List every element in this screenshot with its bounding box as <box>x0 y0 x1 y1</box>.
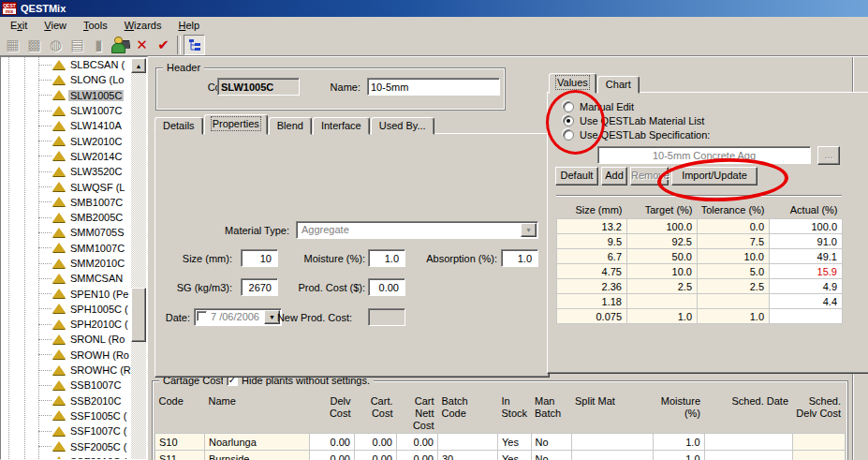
radio-icon[interactable] <box>563 101 574 112</box>
grading-cell: 10.0 <box>698 249 770 264</box>
apply-check-icon[interactable]: ✔ <box>153 35 174 55</box>
material-pyramid-icon <box>52 380 66 390</box>
material-type-value: Aggregate <box>302 224 349 235</box>
grading-row[interactable]: 1.184.4 <box>557 294 843 309</box>
import-update-button[interactable]: Import/Update <box>671 167 758 185</box>
radio-icon[interactable] <box>563 129 574 141</box>
materials-person-icon[interactable] <box>110 35 131 55</box>
menu-tools[interactable]: Tools <box>75 19 116 33</box>
date-checkbox[interactable] <box>197 311 207 321</box>
add-button[interactable]: Add <box>601 167 627 185</box>
tree-item[interactable]: SLW1007C <box>1 103 147 118</box>
tree-connector <box>38 446 51 447</box>
tree-connector <box>38 111 51 111</box>
material-pyramid-icon <box>52 334 66 344</box>
tree-item[interactable]: SLWQSF (L <box>1 179 147 194</box>
tree-item-label: SPEN10 (Pe <box>68 289 130 300</box>
moisture-field[interactable] <box>368 249 405 267</box>
tab-properties[interactable]: Properties <box>204 114 268 135</box>
tab-label: Properties <box>213 118 259 129</box>
tree-item[interactable]: SPH1005C ( <box>1 302 147 317</box>
name-field[interactable] <box>367 78 500 96</box>
grading-row[interactable]: 13.2100.00.0100.0 <box>557 219 843 234</box>
tree-item[interactable]: SRONL (Ro <box>1 332 147 347</box>
tree-item[interactable]: SLW2014C <box>1 149 147 164</box>
values-page: Manual EditUse QESTLab Material ListUse … <box>547 92 868 374</box>
radio-row[interactable]: Manual Edit <box>563 101 634 112</box>
tree-item[interactable]: SMM0705S <box>1 225 147 240</box>
tree-item[interactable]: SLW3520C <box>1 164 147 179</box>
material-pyramid-icon <box>52 289 66 298</box>
scroll-up-button[interactable]: ▲ <box>131 58 146 73</box>
tree-item[interactable]: SLW2010C <box>1 133 147 148</box>
tab-values[interactable]: Values <box>549 73 596 94</box>
new-prod-cost-field <box>368 308 405 326</box>
cartage-table[interactable]: CodeNameDelvCostCart.CostCart NettCostBa… <box>154 393 846 460</box>
tree-item[interactable]: SMMCSAN <box>1 271 147 286</box>
menu-view[interactable]: View <box>36 19 75 33</box>
menu-wizards[interactable]: Wizards <box>116 19 170 33</box>
tree-item[interactable]: SSF1007C ( <box>1 423 147 438</box>
grading-row[interactable]: 6.750.010.049.1 <box>557 249 843 264</box>
tree-connector <box>38 65 51 66</box>
grading-cell <box>770 309 843 324</box>
tree-item[interactable]: SLBCSAN ( <box>1 57 147 72</box>
grading-cell: 13.2 <box>557 219 627 234</box>
tree-item[interactable]: SLW1410A <box>1 118 147 133</box>
tree-item[interactable]: SLW1005C <box>1 88 147 103</box>
absorption-field[interactable] <box>501 249 538 267</box>
grading-row[interactable]: 4.7510.05.015.9 <box>557 264 843 279</box>
tree-connector <box>38 370 51 371</box>
tree-item[interactable]: SPEN10 (Pe <box>1 286 147 301</box>
grading-cell: 49.1 <box>770 249 843 264</box>
detail-tabs: DetailsPropertiesBlendInterfaceUsed By..… <box>154 113 435 135</box>
material-type-select: Aggregate ▼ <box>296 221 538 239</box>
tab-interface[interactable]: Interface <box>313 117 370 135</box>
radio-icon[interactable] <box>563 115 574 126</box>
tree-scrollbar[interactable]: ▲ <box>131 58 146 459</box>
tree-item[interactable]: SPH2010C ( <box>1 317 147 332</box>
radio-label: Manual Edit <box>580 101 634 112</box>
tree-item[interactable]: SSF1005C ( <box>1 408 147 423</box>
tree-item[interactable]: SMB1007C <box>1 195 147 210</box>
material-pyramid-icon <box>52 410 66 420</box>
default-button[interactable]: Default <box>555 167 598 185</box>
cancel-icon[interactable]: ✕ <box>131 35 153 55</box>
toolbar: ▦▩◍▤▮✕✔ <box>0 34 868 56</box>
tree-item[interactable]: SROWHC (R <box>1 363 147 378</box>
cartage-header-sched-delv-cost: Sched.Delv Cost <box>792 393 845 434</box>
tree-item-label: SLW2014C <box>68 151 124 162</box>
tab-used-by[interactable]: Used By... <box>371 117 434 135</box>
tree-view-icon[interactable] <box>184 35 205 55</box>
cartage-row[interactable]: S10Noarlunga0.000.000.00YesNo1.0 <box>155 434 846 451</box>
new-prod-cost-label: New Prod. Cost: <box>260 312 352 323</box>
tree-item[interactable]: SMM1007C <box>1 241 147 256</box>
tab-blend[interactable]: Blend <box>269 117 312 135</box>
grading-row[interactable]: 0.0751.01.0 <box>557 309 843 324</box>
tab-label: Details <box>163 120 195 131</box>
tree-item[interactable]: SSB1007C <box>1 378 147 393</box>
size-field[interactable] <box>241 249 278 267</box>
tree-item[interactable]: SLONG (Lo <box>1 72 147 87</box>
tree-item[interactable]: SMB2005C <box>1 210 147 225</box>
menu-exit[interactable]: Exit <box>2 19 36 33</box>
cartage-row[interactable]: S11Burnside0.000.000.0030YesNo1.0 <box>155 451 846 460</box>
tab-chart[interactable]: Chart <box>597 76 640 94</box>
grading-cell: 2.5 <box>627 279 698 294</box>
tree-item[interactable]: SROWH (Ro <box>1 348 147 363</box>
cartage-group: Cartage Cost ✓ Hide plants without setti… <box>152 380 848 460</box>
sg-field[interactable] <box>241 278 278 296</box>
cartage-cell-code: S10 <box>155 434 205 451</box>
grading-row[interactable]: 2.362.52.54.9 <box>557 279 843 294</box>
tree-item[interactable]: SMM2010C <box>1 256 147 271</box>
tree-item[interactable]: SSB2010C <box>1 393 147 408</box>
radio-row[interactable]: Use QESTLab Specification: <box>563 129 710 141</box>
grading-row[interactable]: 9.592.57.591.0 <box>557 234 843 249</box>
tab-details[interactable]: Details <box>154 117 203 135</box>
grading-table[interactable]: Size (mm)Target (%)Tolerance (%)Actual (… <box>556 201 843 324</box>
tree-item[interactable]: SSF2010C ( <box>1 454 147 460</box>
radio-row[interactable]: Use QESTLab Material List <box>563 115 704 126</box>
prod-cost-field[interactable] <box>368 278 405 296</box>
tree-item[interactable]: SSF2005C ( <box>1 438 147 453</box>
menu-help[interactable]: Help <box>169 19 208 33</box>
